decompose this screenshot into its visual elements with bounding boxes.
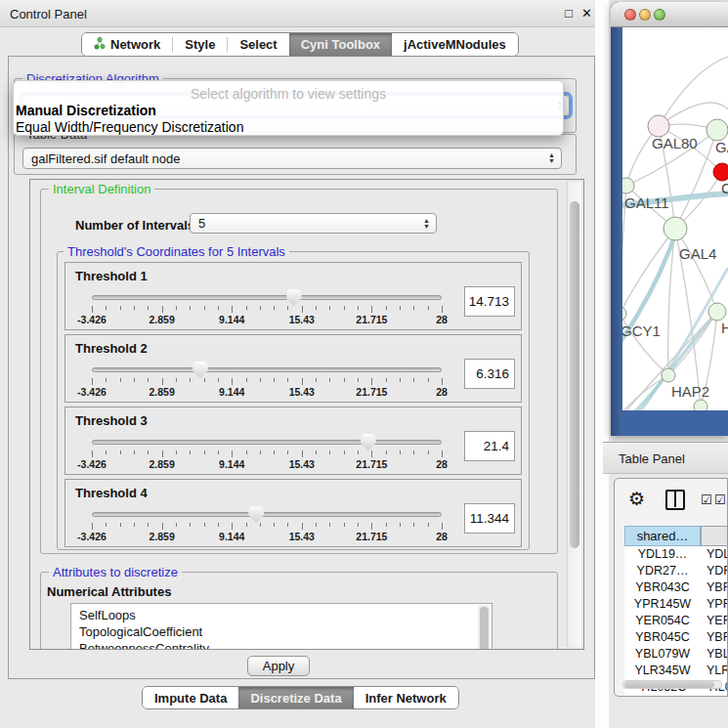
network-node-gcy1[interactable] [622,307,626,321]
float-icon[interactable]: □ [565,6,573,21]
threshold-value-field[interactable]: 21.4 [464,431,515,461]
slider-tick [92,523,93,530]
threshold-slider-thumb[interactable] [248,506,264,523]
threshold-panel-1: Threshold 1-3.4262.8599.14415.4321.71528… [64,262,522,330]
slider-tick [302,306,303,313]
network-node-gal4[interactable] [664,217,687,240]
slider-tick [246,450,247,454]
tab-label: Impute Data [154,691,227,706]
tab-jactivemnodules[interactable]: jActiveMNodules [392,33,518,56]
combo-stepper-icon[interactable]: ▲ ▼ [417,218,436,230]
settings-scrollbar-thumb[interactable] [570,201,579,548]
tab-cyni-toolbox[interactable]: Cyni Toolbox [289,33,392,56]
numerical-attributes-list[interactable]: SelfLoopsTopologicalCoefficientBetweenne… [70,603,492,650]
network-node-c[interactable] [713,163,728,181]
number-of-intervals-combobox[interactable]: 5 ▲ ▼ [190,213,437,234]
network-node-h[interactable] [708,303,726,321]
slider-tick [176,306,177,310]
interval-definition-label: Interval Definition [49,182,154,196]
threshold-label: Threshold 3 [75,413,148,428]
tab-select[interactable]: Select [228,33,288,56]
threshold-slider-track[interactable] [92,512,442,517]
column-header-name[interactable]: name [701,526,727,546]
threshold-slider-track[interactable] [92,295,442,300]
network-edge [659,57,728,126]
slider-tick [218,378,219,382]
slider-tick-label: 15.43 [289,314,315,325]
slider-tick-label: 9.144 [219,531,244,542]
tab-discretize-data[interactable]: Discretize Data [238,687,353,708]
threshold-value-field[interactable]: 14.713 [464,286,515,317]
gear-icon[interactable]: ⚙ [628,488,645,509]
table-row[interactable]: YER054CYER0 [624,613,727,629]
tab-impute-data[interactable]: Impute Data [143,687,238,708]
network-window-titlebar[interactable] [611,2,728,27]
slider-tick [428,450,429,454]
table-row[interactable]: YDL19…YDL1 [624,546,727,563]
table-scrollbar-thumb[interactable] [624,681,714,688]
attribute-item-topologicalcoefficient[interactable]: TopologicalCoefficient [79,623,492,640]
tab-network[interactable]: Network [82,33,172,56]
threshold-slider-track[interactable] [92,440,442,445]
combo-stepper-icon[interactable]: ▲ ▼ [542,152,561,164]
node-label: GCY1 [622,322,661,339]
close-traffic-light-icon[interactable] [624,9,636,21]
bottom-tab-bar: Impute DataDiscretize DataInfer Network [142,686,459,709]
cell-shared-name: YLR345W [624,663,701,679]
slider-tick [176,450,177,454]
algorithm-option-equal-width-frequency-discretization[interactable]: Equal Width/Frequency Discretization [16,119,561,136]
threshold-slider-thumb[interactable] [361,434,376,450]
threshold-value-field[interactable]: 11.344 [464,503,515,534]
slider-tick-label: 15.43 [289,458,315,470]
minimize-traffic-light-icon[interactable] [639,9,651,21]
checkbox-icon[interactable]: ☑ [701,492,712,507]
algorithm-option-manual-discretization[interactable]: Manual Discretization [16,103,561,119]
network-node-gal11[interactable] [622,178,634,193]
zoom-traffic-light-icon[interactable] [654,9,665,21]
threshold-label: Threshold 4 [75,486,148,500]
stepper-down-icon[interactable]: ▼ [423,224,430,230]
threshold-value-field[interactable]: 6.316 [464,359,515,389]
network-node-gal80[interactable] [648,115,669,137]
table-panel-title: Table Panel [619,451,685,466]
table-row[interactable]: YBR043CYBR0 [624,579,727,596]
apply-button[interactable]: Apply [247,656,310,676]
threshold-slider-thumb[interactable] [193,362,208,378]
threshold-label: Threshold 1 [75,269,148,283]
cell-shared-name: YDR27… [624,563,701,579]
column-layout-icon[interactable] [665,490,685,510]
cell-shared-name: YBR045C [624,629,701,646]
table-row[interactable]: YBL079WYBL0 [624,646,727,663]
attribute-item-betweennesscentrality[interactable]: BetweennessCentrality [79,640,492,650]
attribute-item-selfloops[interactable]: SelfLoops [79,607,492,623]
table-row[interactable]: YDR27…YDR2 [624,563,727,579]
network-canvas[interactable]: GAL80GACGAL11GAL4GCY1HHAP2 [622,27,728,410]
settings-vertical-scrollbar[interactable] [567,182,581,647]
table-horizontal-scrollbar[interactable] [622,680,722,689]
number-of-intervals-label: Number of Intervals [75,218,194,233]
slider-tick [246,523,247,527]
slider-tick [371,450,372,457]
table-row[interactable]: YLR345WYLR3 [624,663,727,679]
close-icon[interactable]: ✕ [581,6,592,21]
network-node-ga[interactable] [707,119,728,141]
table-row[interactable]: YPR145WYPR1 [624,596,727,613]
column-header-shared-name[interactable]: shared… [624,526,701,546]
attributes-list-scrollbar[interactable] [478,605,491,650]
cell-name: YBR0 [701,629,727,646]
checkbox-icon[interactable]: ☑ [714,492,726,507]
tab-style[interactable]: Style [173,33,227,56]
table-row[interactable]: YBR045CYBR0 [624,629,727,646]
network-node[interactable] [694,400,707,410]
tab-infer-network[interactable]: Infer Network [354,687,458,708]
attributes-scrollbar-thumb[interactable] [480,607,489,650]
threshold-slider-thumb[interactable] [286,289,302,306]
network-node-hap2[interactable] [662,368,675,382]
slider-tick [413,306,414,310]
slider-tick [246,306,247,310]
threshold-slider-track[interactable] [92,367,442,372]
stepper-down-icon[interactable]: ▼ [548,158,555,164]
table-data-combobox[interactable]: galFiltered.sif default node ▲ ▼ [22,148,562,169]
slider-tick [344,523,345,527]
attributes-to-discretize-label: Attributes to discretize [49,565,182,579]
